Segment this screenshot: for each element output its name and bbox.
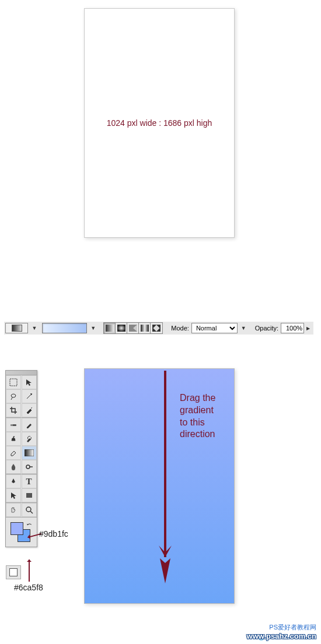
eraser-tool[interactable] bbox=[6, 446, 21, 460]
crop-tool[interactable] bbox=[6, 403, 21, 417]
pen-tool[interactable] bbox=[6, 474, 21, 488]
color-swatches: ⤺ bbox=[6, 519, 37, 547]
tool-preset-icon bbox=[12, 325, 22, 332]
move-tool[interactable] bbox=[22, 375, 37, 389]
watermark-url-text: www.psahz.com.cn bbox=[247, 632, 316, 641]
reflected-gradient-button[interactable] bbox=[139, 323, 151, 333]
gradient-preview[interactable] bbox=[42, 323, 87, 333]
diamond-gradient-button[interactable] bbox=[151, 323, 162, 333]
svg-point-7 bbox=[31, 393, 32, 395]
magic-wand-tool[interactable] bbox=[22, 389, 37, 403]
tools-panel: T ⤺ bbox=[5, 370, 37, 547]
gradient-tool[interactable] bbox=[22, 446, 37, 460]
svg-rect-1 bbox=[117, 325, 125, 332]
quick-mask-toggle[interactable] bbox=[6, 565, 21, 579]
blend-mode-select[interactable]: Normal bbox=[191, 323, 238, 333]
svg-rect-12 bbox=[26, 493, 32, 498]
tool-preset-dropdown-icon[interactable]: ▼ bbox=[32, 325, 36, 331]
dodge-tool[interactable] bbox=[22, 460, 37, 474]
marquee-tool[interactable] bbox=[6, 375, 21, 389]
tool-preset-picker[interactable] bbox=[5, 323, 28, 333]
svg-rect-10 bbox=[25, 449, 34, 456]
gradient-picker-dropdown-icon[interactable]: ▼ bbox=[90, 325, 95, 331]
watermark-cn-text: PS爱好者教程网 bbox=[247, 623, 316, 632]
linear-gradient-button[interactable] bbox=[104, 323, 116, 333]
zoom-tool[interactable] bbox=[22, 503, 37, 517]
tools-panel-grip[interactable] bbox=[6, 371, 37, 375]
gradient-type-group bbox=[103, 322, 163, 334]
mode-label: Mode: bbox=[171, 325, 189, 332]
blur-tool[interactable] bbox=[6, 460, 21, 474]
clone-stamp-tool[interactable] bbox=[6, 432, 21, 446]
radial-gradient-button[interactable] bbox=[116, 323, 127, 333]
svg-rect-3 bbox=[141, 325, 149, 332]
mode-dropdown-icon: ▼ bbox=[241, 325, 246, 331]
eyedropper-tool[interactable] bbox=[22, 403, 37, 417]
opacity-label: Opacity: bbox=[255, 325, 278, 332]
history-brush-tool[interactable] bbox=[22, 432, 37, 446]
swap-colors-icon[interactable]: ⤺ bbox=[27, 521, 32, 526]
background-hex-label: #6ca5f8 bbox=[14, 583, 43, 592]
gradient-options-bar: ▼ ▼ Mode: Normal ▼ Opacity: ▶ bbox=[4, 322, 313, 335]
path-selection-tool[interactable] bbox=[6, 488, 21, 502]
drag-direction-arrow-icon bbox=[156, 371, 174, 586]
canvas-dimensions-text: 1024 pxl wide : 1686 pxl high bbox=[107, 118, 212, 128]
angle-gradient-button[interactable] bbox=[127, 323, 139, 333]
lasso-tool[interactable] bbox=[6, 389, 21, 403]
brush-tool[interactable] bbox=[22, 418, 37, 432]
healing-brush-tool[interactable] bbox=[6, 418, 21, 432]
opacity-flyout-icon[interactable]: ▶ bbox=[306, 326, 312, 331]
svg-rect-9 bbox=[11, 424, 13, 426]
type-tool[interactable]: T bbox=[22, 474, 37, 488]
drag-instruction-text: Drag the gradient to this direction bbox=[180, 392, 215, 441]
svg-point-13 bbox=[26, 507, 31, 512]
foreground-color-swatch[interactable] bbox=[11, 522, 23, 535]
annotation-arrow-bg bbox=[29, 559, 30, 582]
svg-rect-0 bbox=[106, 325, 114, 332]
svg-rect-6 bbox=[10, 379, 17, 386]
hand-tool[interactable] bbox=[6, 503, 21, 517]
shape-tool[interactable] bbox=[22, 488, 37, 502]
foreground-hex-label: #9db1fc bbox=[39, 529, 68, 539]
canvas-blank: 1024 pxl wide : 1686 pxl high bbox=[84, 8, 235, 238]
watermark: PS爱好者教程网 www.psahz.com.cn bbox=[247, 623, 316, 641]
svg-point-11 bbox=[26, 465, 30, 469]
opacity-input[interactable] bbox=[281, 323, 304, 333]
